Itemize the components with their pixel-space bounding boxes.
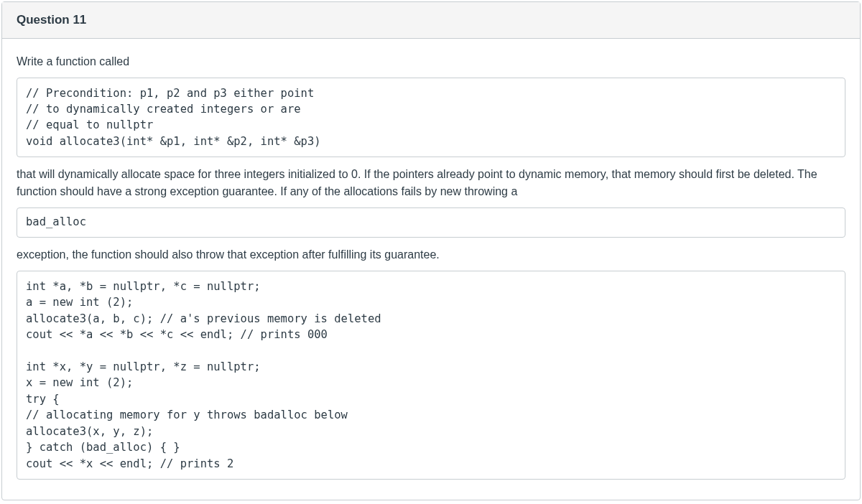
code-block-example: int *a, *b = nullptr, *c = nullptr; a = … [17, 271, 845, 480]
intro-text: Write a function called [17, 53, 845, 70]
paragraph-description: that will dynamically allocate space for… [17, 166, 845, 200]
question-header: Question 11 [2, 2, 860, 39]
paragraph-exception: exception, the function should also thro… [17, 246, 845, 263]
question-container: Question 11 Write a function called // P… [1, 1, 861, 500]
question-body: Write a function called // Precondition:… [2, 39, 860, 500]
question-title: Question 11 [17, 11, 86, 29]
code-block-badalloc: bad_alloc [17, 207, 845, 237]
code-block-signature: // Precondition: p1, p2 and p3 either po… [17, 78, 845, 158]
